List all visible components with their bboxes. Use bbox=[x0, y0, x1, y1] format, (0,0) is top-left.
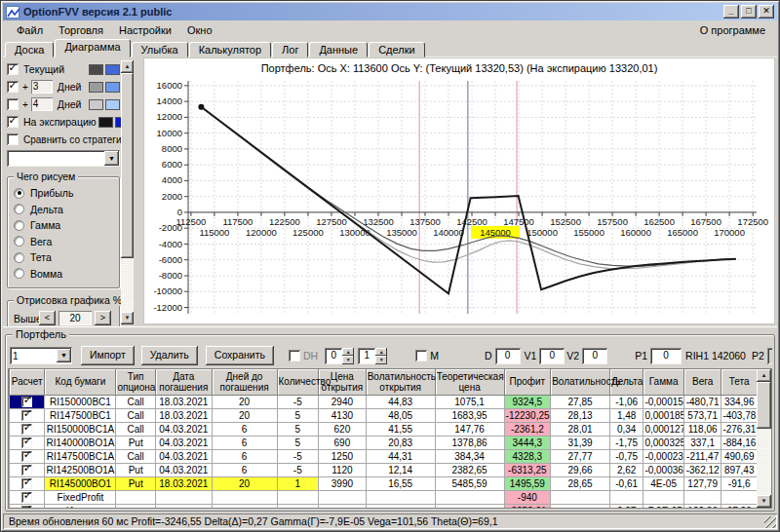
percent-value[interactable]: 20 bbox=[58, 311, 92, 325]
column-header[interactable]: Профит bbox=[504, 369, 551, 395]
menu-item-about[interactable]: О программе bbox=[694, 22, 771, 38]
table-row[interactable]: Итого:-3252,010,27-7,8E-05102,3667,23 bbox=[10, 504, 758, 509]
column-header[interactable]: Тета bbox=[722, 369, 758, 395]
tab-2[interactable]: Улыбка bbox=[132, 42, 188, 57]
scroll-up-icon[interactable]: ▲ bbox=[121, 60, 134, 73]
calc-checkbox-cell[interactable] bbox=[10, 476, 45, 490]
table-row[interactable]: RI147500BC1ACall04.03.20216-5125044,3138… bbox=[10, 449, 758, 463]
scroll-down-icon[interactable]: ▼ bbox=[757, 495, 771, 508]
series-checkbox[interactable] bbox=[7, 116, 19, 128]
tab-3[interactable]: Калькулятор bbox=[189, 42, 271, 57]
series-color-swatch[interactable] bbox=[89, 82, 103, 93]
days-input[interactable]: 3 bbox=[31, 80, 53, 94]
calc-checkbox[interactable] bbox=[21, 410, 32, 421]
decrement-button[interactable]: < bbox=[39, 311, 56, 325]
column-header[interactable]: Теоретическая цена bbox=[435, 369, 504, 395]
resize-grip[interactable] bbox=[764, 516, 776, 528]
calc-checkbox-cell[interactable] bbox=[10, 395, 45, 408]
series-color-swatch[interactable] bbox=[89, 99, 103, 110]
calc-checkbox-cell[interactable] bbox=[10, 449, 45, 463]
table-row[interactable]: RI147500BC1Call18.03.2021205413048,05168… bbox=[10, 408, 758, 422]
draw-mode-option[interactable]: Вомма bbox=[14, 266, 115, 283]
chevron-down-icon[interactable]: ▼ bbox=[57, 349, 71, 362]
menu-item-2[interactable]: Настройки bbox=[111, 22, 179, 38]
table-row[interactable]: RI142500BO1APut04.03.20216-5112012,14238… bbox=[10, 463, 758, 476]
close-button[interactable]: ✕ bbox=[759, 5, 774, 19]
radio-icon[interactable] bbox=[14, 188, 24, 199]
scrollbar-thumb[interactable] bbox=[121, 73, 134, 258]
radio-icon[interactable] bbox=[14, 268, 24, 279]
tab-0[interactable]: Доска bbox=[5, 42, 54, 57]
radio-icon[interactable] bbox=[14, 236, 24, 247]
compare-strategy-checkbox[interactable] bbox=[7, 133, 19, 145]
column-header[interactable]: Код бумаги bbox=[45, 369, 116, 395]
tab-5[interactable]: Данные bbox=[309, 42, 368, 57]
column-header[interactable]: Тип опциона bbox=[116, 369, 156, 395]
calc-checkbox[interactable] bbox=[21, 437, 32, 448]
draw-mode-option[interactable]: Гамма bbox=[14, 217, 115, 234]
dh-spinner-1[interactable]: 0 ▲▼ bbox=[325, 348, 354, 364]
column-header[interactable]: Вега bbox=[683, 369, 722, 395]
tab-1[interactable]: Диаграмма bbox=[55, 39, 130, 57]
calc-checkbox-cell[interactable] bbox=[10, 463, 45, 476]
menu-item-3[interactable]: Окно bbox=[179, 22, 220, 38]
calc-checkbox[interactable] bbox=[21, 424, 32, 435]
series-color-swatch[interactable] bbox=[98, 117, 113, 128]
import-button[interactable]: Импорт bbox=[81, 346, 135, 365]
table-scrollbar[interactable]: ▲ ▼ bbox=[757, 369, 771, 508]
calc-checkbox-cell[interactable] bbox=[10, 422, 45, 436]
radio-icon[interactable] bbox=[14, 252, 24, 263]
calc-checkbox[interactable] bbox=[21, 465, 32, 475]
portfolio-select[interactable]: 1 ▼ bbox=[10, 347, 72, 364]
calc-checkbox[interactable] bbox=[21, 506, 32, 510]
radio-icon[interactable] bbox=[14, 220, 24, 231]
draw-mode-option[interactable]: Тета bbox=[14, 249, 115, 266]
calc-checkbox-cell[interactable] bbox=[10, 436, 45, 449]
table-row[interactable]: RI150000BC1ACall04.03.20216562041,55147,… bbox=[10, 422, 758, 436]
tab-6[interactable]: Сделки bbox=[369, 42, 425, 57]
scroll-up-icon[interactable]: ▲ bbox=[757, 369, 771, 382]
profit-chart-pane[interactable]: Портфель: Ось X: 113600 Ось Y: (Текущий … bbox=[143, 57, 775, 324]
chevron-down-icon[interactable]: ▼ bbox=[104, 151, 119, 166]
column-header[interactable]: Волатильность bbox=[551, 369, 610, 395]
draw-mode-option[interactable]: Дельта bbox=[14, 202, 115, 218]
table-row[interactable]: RI145000BO1Put18.03.2021201399016,555485… bbox=[10, 476, 758, 490]
calc-checkbox[interactable] bbox=[21, 451, 32, 462]
profit-chart-svg[interactable]: -12000-10000-8000-6000-4000-200002000400… bbox=[144, 58, 777, 323]
maximize-button[interactable]: □ bbox=[741, 5, 757, 19]
calc-checkbox-cell[interactable] bbox=[10, 504, 45, 509]
calc-checkbox[interactable] bbox=[21, 478, 32, 489]
scroll-down-icon[interactable]: ▼ bbox=[121, 312, 134, 324]
column-header[interactable]: Волатильность открытия bbox=[366, 369, 435, 395]
radio-icon[interactable] bbox=[14, 204, 24, 214]
strategy-select[interactable]: ▼ bbox=[7, 150, 120, 167]
calc-checkbox[interactable] bbox=[21, 397, 32, 407]
draw-mode-option[interactable]: Прибыль bbox=[14, 185, 115, 202]
series-color-swatch[interactable] bbox=[105, 64, 120, 75]
table-row[interactable]: RI140000BO1APut04.03.20216569020,831378,… bbox=[10, 436, 758, 449]
v2-input[interactable]: 0 bbox=[582, 348, 607, 364]
column-header[interactable]: Гамма bbox=[644, 369, 684, 395]
days-input[interactable]: 4 bbox=[31, 97, 53, 111]
menu-item-0[interactable]: Файл bbox=[9, 22, 51, 38]
column-header[interactable]: Дней до погашения bbox=[212, 369, 277, 395]
dh-spinner-2[interactable]: 1 ▲▼ bbox=[358, 348, 387, 364]
series-checkbox[interactable] bbox=[7, 63, 19, 75]
draw-mode-option[interactable]: Вега bbox=[14, 234, 115, 250]
column-header[interactable]: Расчет bbox=[10, 369, 45, 395]
column-header[interactable]: Дельта bbox=[609, 369, 643, 395]
save-button[interactable]: Сохранить bbox=[206, 346, 274, 365]
column-header[interactable]: Цена открытия bbox=[319, 369, 367, 395]
dh-checkbox[interactable] bbox=[289, 350, 300, 361]
menu-item-1[interactable]: Торговля bbox=[51, 22, 111, 38]
series-checkbox[interactable] bbox=[7, 98, 19, 110]
minimize-button[interactable]: _ bbox=[723, 5, 739, 19]
scrollbar-thumb[interactable] bbox=[757, 382, 771, 429]
d-input[interactable]: 0 bbox=[495, 348, 521, 364]
series-color-swatch[interactable] bbox=[105, 82, 120, 93]
v1-input[interactable]: 0 bbox=[539, 348, 565, 364]
series-color-swatch[interactable] bbox=[105, 99, 120, 110]
calc-checkbox-cell[interactable] bbox=[10, 490, 45, 504]
calc-checkbox-cell[interactable] bbox=[10, 408, 45, 422]
increment-button[interactable]: > bbox=[95, 311, 111, 325]
